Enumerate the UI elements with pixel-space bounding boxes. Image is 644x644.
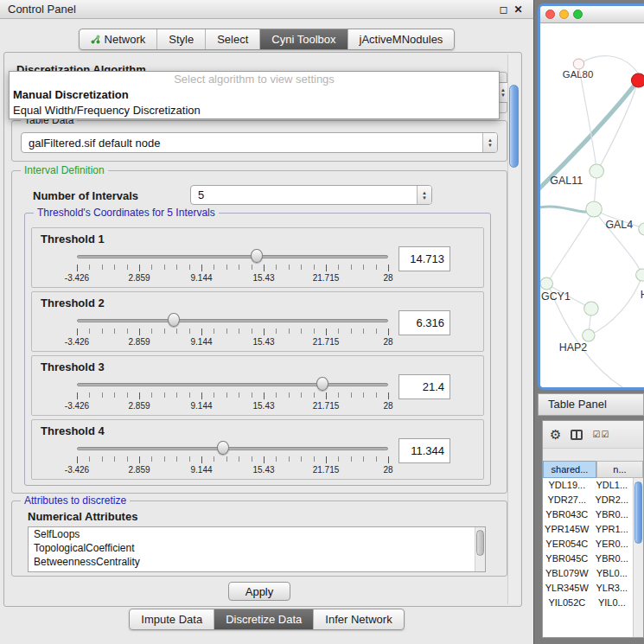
network-node[interactable] [584, 302, 599, 316]
tick-label: 2.859 [128, 465, 150, 475]
combo-arrows-icon: ▲▼ [417, 186, 431, 204]
network-node[interactable] [639, 223, 644, 235]
threshold-value-field[interactable]: 11.344 [399, 438, 450, 463]
threshold-label: Threshold 3 [41, 360, 105, 373]
tick-label: -3.426 [65, 465, 89, 475]
tab-infer-network[interactable]: Infer Network [314, 609, 403, 629]
slider-thumb[interactable] [168, 313, 180, 327]
tab-jactivemnodules[interactable]: jActiveMNodules [348, 29, 455, 49]
tick-label: 9.144 [190, 401, 212, 411]
slider-major-tick [77, 265, 78, 271]
attributes-group-label: Attributes to discretize [21, 494, 130, 507]
scrollbar-thumb[interactable] [634, 481, 642, 544]
table-row[interactable]: YBR043CYBR0... [543, 507, 633, 522]
thresholds-group: Threshold's Coordinates for 5 Intervals … [24, 213, 491, 486]
table-column-header-2[interactable]: n... [596, 461, 643, 478]
control-panel-scrollbar[interactable] [507, 54, 520, 604]
slider-thumb[interactable] [251, 249, 263, 263]
apply-button[interactable]: Apply [228, 582, 290, 601]
table-row[interactable]: YBR045CYBR0... [543, 552, 633, 566]
minimize-button[interactable] [559, 10, 569, 19]
table-row[interactable]: YPR145WYPR1... [543, 522, 633, 537]
attribute-item-betweennesscentrality[interactable]: BetweennessCentrality [29, 555, 485, 569]
algorithm-dropdown-popup: Select algorithm to view settings Manual… [9, 71, 500, 119]
close-icon[interactable]: ✕ [511, 3, 526, 16]
gear-icon[interactable]: ⚙ [550, 428, 561, 441]
slider-major-tick [326, 392, 327, 399]
slider-track[interactable] [77, 319, 388, 322]
threshold-slider[interactable]: -3.4262.8599.14415.4321.71528 [77, 377, 388, 411]
dropdown-option-manual-discretization[interactable]: Manual Discretization [10, 87, 499, 103]
threshold-panel-3: Threshold 3-3.4262.8599.14415.4321.71528… [31, 355, 484, 416]
scrollbar-thumb[interactable] [509, 85, 519, 168]
table-row[interactable]: YDR27...YDR2... [543, 493, 633, 507]
slider-thumb[interactable] [316, 377, 328, 391]
table-cell: YPR145W [543, 522, 591, 537]
interval-group-label: Interval Definition [21, 164, 108, 176]
num-intervals-combo[interactable]: 5 ▲▼ [190, 185, 432, 205]
tab-select[interactable]: Select [206, 29, 260, 49]
table-row[interactable]: YLR345WYLR3... [543, 581, 633, 596]
network-node[interactable] [586, 201, 603, 217]
tab-style[interactable]: Style [157, 29, 206, 49]
tab-cyni-toolbox[interactable]: Cyni Toolbox [260, 29, 348, 49]
table-row[interactable]: YIL052CYIL0... [543, 596, 633, 610]
table-toolbar: ⚙ ☑☑ [543, 421, 643, 449]
slider-major-tick [139, 392, 140, 399]
tick-label: -3.426 [65, 273, 89, 283]
slider-track[interactable] [77, 447, 388, 450]
slider-minor-ticks [77, 265, 388, 270]
threshold-panel-4: Threshold 4-3.4262.8599.14415.4321.71528… [31, 419, 484, 480]
threshold-value-field[interactable]: 21.4 [399, 374, 450, 399]
float-window-icon[interactable]: ◻ [496, 3, 511, 16]
dropdown-option-equal-width-frequency-discretization[interactable]: Equal Width/Frequency Discretization [10, 103, 499, 118]
slider-thumb[interactable] [217, 441, 229, 455]
attribute-item-topologicalcoefficient[interactable]: TopologicalCoefficient [29, 541, 485, 555]
network-node[interactable] [583, 329, 595, 341]
table-cell: YLR345W [543, 581, 591, 596]
network-node[interactable] [573, 59, 583, 69]
node-label: HAP2 [559, 341, 588, 354]
threshold-slider[interactable]: -3.4262.8599.14415.4321.71528 [77, 313, 388, 348]
table-scrollbar[interactable] [633, 478, 643, 637]
network-node[interactable] [540, 277, 552, 290]
network-window-titlebar [540, 6, 644, 23]
tick-label: 15.43 [252, 465, 274, 475]
zoom-button[interactable] [573, 10, 583, 19]
network-node[interactable] [631, 73, 644, 87]
table-body: YDL19...YDL1...YDR27...YDR2...YBR043CYBR… [543, 478, 633, 637]
network-node[interactable] [636, 269, 644, 281]
network-node[interactable] [590, 164, 604, 178]
control-panel-content: Discretization Algorithm ▲▼ Table Data g… [3, 52, 522, 607]
dropdown-placeholder: Select algorithm to view settings [10, 72, 499, 87]
threshold-slider[interactable]: -3.4262.8599.14415.4321.71528 [77, 249, 388, 284]
table-column-header-1[interactable]: shared... [543, 461, 596, 478]
table-data-combo[interactable]: galFiltered.sif default node ▲▼ [21, 132, 498, 153]
table-row[interactable]: YER054CYER0... [543, 537, 633, 552]
slider-track[interactable] [77, 255, 388, 258]
table-row[interactable]: YBL079WYBL0... [543, 566, 633, 581]
table-row[interactable]: YDL19...YDL1... [543, 478, 633, 493]
close-button[interactable] [545, 10, 555, 19]
threshold-value-field[interactable]: 14.713 [399, 246, 450, 271]
tab-network[interactable]: Network [80, 29, 158, 49]
select-columns-icon[interactable]: ☑☑ [592, 430, 609, 439]
tab-impute-data[interactable]: Impute Data [130, 609, 214, 629]
slider-major-tick [201, 328, 202, 335]
slider-track[interactable] [77, 383, 388, 386]
threshold-slider[interactable]: -3.4262.8599.14415.4321.71528 [77, 441, 388, 475]
columns-icon[interactable] [571, 430, 583, 440]
tab-discretize-data[interactable]: Discretize Data [214, 609, 314, 629]
network-canvas[interactable]: GAL80GAL11GAL4GCY1HAP2H [540, 23, 644, 387]
slider-major-tick [326, 456, 327, 463]
table-header-row: shared...n... [543, 461, 643, 478]
attributes-list-scrollbar[interactable] [475, 527, 485, 571]
scrollbar-thumb[interactable] [476, 530, 484, 556]
attribute-item-selfloops[interactable]: SelfLoops [29, 527, 485, 541]
threshold-value-field[interactable]: 6.316 [399, 310, 450, 335]
threshold-label: Threshold 4 [41, 424, 105, 437]
table-panel-title: Table Panel [548, 398, 607, 411]
control-panel-window: Control Panel ◻ ✕ NetworkStyleSelectCyni… [0, 0, 534, 644]
interval-definition-group: Interval Definition Number of Intervals … [11, 170, 507, 494]
slider-major-tick [326, 265, 327, 271]
